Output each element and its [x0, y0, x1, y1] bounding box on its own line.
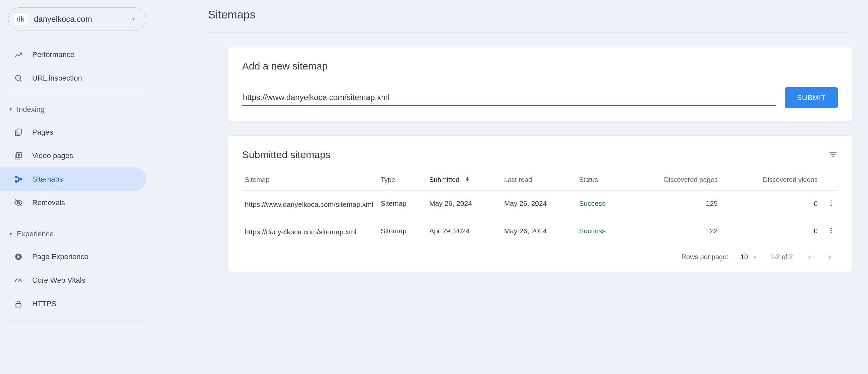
- cell-discovered-videos: 0: [724, 191, 825, 218]
- nav-url-inspection[interactable]: URL inspection: [0, 66, 146, 90]
- svg-rect-13: [16, 304, 21, 307]
- cell-submitted: May 26, 2024: [427, 191, 501, 218]
- property-name: danyelkoca.com: [34, 15, 130, 24]
- nav-core-web-vitals[interactable]: Core Web Vitals: [0, 268, 146, 292]
- section-experience[interactable]: ▼ Experience: [0, 223, 154, 245]
- nav-removals[interactable]: Removals: [0, 191, 146, 214]
- filter-icon[interactable]: [829, 150, 838, 160]
- nav-label: HTTPS: [32, 299, 56, 308]
- section-label: Indexing: [17, 105, 44, 114]
- cell-discovered-pages: 125: [626, 191, 724, 218]
- section-label: Experience: [17, 230, 54, 238]
- divider: [8, 219, 146, 219]
- section-indexing[interactable]: ▼ Indexing: [0, 98, 154, 120]
- submit-button[interactable]: SUBMIT: [785, 87, 838, 108]
- chevron-down-icon: [752, 254, 758, 260]
- video-pages-icon: [14, 151, 23, 160]
- more-vert-icon[interactable]: [828, 227, 835, 234]
- svg-rect-6: [15, 180, 18, 183]
- expand-icon: ▼: [9, 107, 13, 112]
- cell-last-read: May 26, 2024: [501, 218, 576, 246]
- col-type[interactable]: Type: [378, 169, 427, 191]
- svg-point-14: [831, 200, 832, 202]
- svg-rect-7: [20, 178, 22, 181]
- col-submitted-label: Submitted: [429, 176, 460, 183]
- prev-page-button[interactable]: [805, 253, 814, 262]
- cell-discovered-pages: 122: [626, 218, 724, 246]
- nav-label: Core Web Vitals: [32, 276, 85, 285]
- col-submitted[interactable]: Submitted: [427, 169, 501, 191]
- cell-sitemap: https://danyelkoca.com/sitemap.xml: [242, 218, 378, 246]
- speedometer-icon: [14, 276, 23, 285]
- lock-icon: [14, 299, 23, 308]
- divider: [8, 94, 146, 94]
- cell-type: Sitemap: [378, 191, 427, 218]
- col-discovered-pages[interactable]: Discovered pages: [626, 169, 724, 191]
- sitemap-icon: [14, 175, 23, 184]
- rows-per-page-label: Rows per page:: [682, 253, 728, 261]
- cell-submitted: Apr 29, 2024: [427, 218, 501, 246]
- table-footer: Rows per page: 10 1-2 of 2: [242, 246, 838, 265]
- visibility-off-icon: [14, 198, 23, 207]
- svg-rect-5: [15, 176, 18, 178]
- nav-label: Page Experience: [32, 253, 89, 261]
- add-sitemap-card: Add a new sitemap SUBMIT: [228, 47, 852, 121]
- nav-video-pages[interactable]: Video pages: [0, 144, 146, 168]
- property-favicon: dk: [14, 12, 27, 26]
- next-page-button[interactable]: [826, 253, 834, 262]
- col-actions: [825, 169, 838, 191]
- cell-sitemap: https://www.danyelkoca.com/sitemap.xml: [242, 191, 378, 218]
- rows-per-page-value: 10: [741, 253, 748, 261]
- nav-label: Performance: [32, 50, 74, 59]
- search-icon: [14, 74, 23, 83]
- svg-point-19: [831, 232, 832, 234]
- cell-discovered-videos: 0: [724, 218, 825, 246]
- svg-point-16: [831, 205, 832, 206]
- nav-label: Video pages: [32, 151, 73, 160]
- property-selector[interactable]: dk danyelkoca.com: [8, 7, 146, 31]
- table-row[interactable]: https://danyelkoca.com/sitemap.xml Sitem…: [242, 218, 838, 246]
- nav-pages[interactable]: Pages: [0, 120, 146, 144]
- trending-icon: [14, 50, 23, 59]
- sidebar: dk danyelkoca.com Performance URL inspec…: [0, 0, 154, 374]
- rows-per-page-select[interactable]: 10: [741, 253, 758, 261]
- nav-page-experience[interactable]: Page Experience: [0, 245, 146, 268]
- cell-last-read: May 26, 2024: [501, 191, 576, 218]
- svg-line-1: [20, 80, 22, 82]
- submitted-sitemaps-title: Submitted sitemaps: [242, 149, 330, 161]
- chevron-down-icon: [130, 16, 136, 22]
- more-vert-icon[interactable]: [828, 199, 835, 207]
- sitemap-url-input[interactable]: [242, 90, 776, 106]
- nav-label: URL inspection: [32, 74, 82, 83]
- cell-status: Success: [576, 218, 626, 246]
- submitted-sitemaps-card: Submitted sitemaps Sitemap Type Submitte…: [228, 136, 852, 271]
- col-last-read[interactable]: Last read: [501, 169, 576, 191]
- divider: [8, 320, 146, 320]
- page-experience-icon: [14, 253, 23, 261]
- expand-icon: ▼: [9, 232, 13, 236]
- svg-point-0: [16, 75, 21, 80]
- page-title: Sitemaps: [208, 8, 852, 33]
- svg-point-17: [831, 228, 832, 229]
- svg-point-15: [831, 202, 832, 204]
- sitemaps-table: Sitemap Type Submitted Last read Status …: [242, 169, 838, 246]
- nav-label: Sitemaps: [32, 175, 63, 184]
- svg-point-18: [831, 230, 832, 232]
- nav-performance[interactable]: Performance: [0, 43, 146, 66]
- svg-marker-4: [19, 154, 20, 156]
- nav-https[interactable]: HTTPS: [0, 292, 146, 316]
- cell-type: Sitemap: [378, 218, 427, 246]
- main-content: Sitemaps Add a new sitemap SUBMIT Submit…: [154, 0, 868, 374]
- col-sitemap[interactable]: Sitemap: [242, 169, 378, 191]
- nav-label: Removals: [32, 198, 65, 207]
- svg-rect-2: [17, 129, 22, 134]
- col-status[interactable]: Status: [576, 169, 626, 191]
- pages-icon: [14, 128, 23, 137]
- pagination-range: 1-2 of 2: [770, 253, 793, 261]
- col-discovered-videos[interactable]: Discovered videos: [724, 169, 825, 191]
- svg-line-12: [19, 280, 20, 282]
- nav-sitemaps[interactable]: Sitemaps: [0, 168, 146, 191]
- cell-status: Success: [576, 191, 626, 218]
- table-row[interactable]: https://www.danyelkoca.com/sitemap.xml S…: [242, 191, 838, 218]
- nav-label: Pages: [32, 128, 53, 137]
